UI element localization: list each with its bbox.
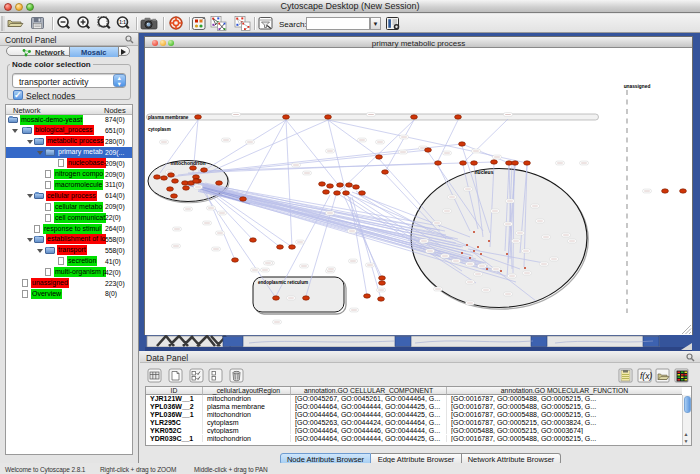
svg-text:1:1: 1:1 <box>119 20 126 25</box>
svg-text:endoplasmic reticulum: endoplasmic reticulum <box>258 280 308 285</box>
svg-text:nucleus: nucleus <box>475 169 494 175</box>
svg-text:cytoplasm: cytoplasm <box>148 127 171 132</box>
svg-text:unassigned: unassigned <box>624 84 651 89</box>
svg-text:mitochondrion: mitochondrion <box>171 160 206 166</box>
svg-text:f(x): f(x) <box>640 371 652 381</box>
svg-text:plasma membrane: plasma membrane <box>148 115 189 120</box>
